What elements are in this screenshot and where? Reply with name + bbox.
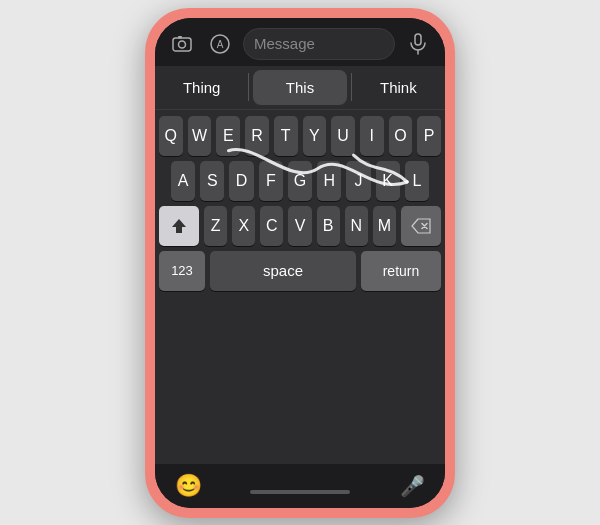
app-store-icon[interactable]: A	[205, 29, 235, 59]
autocomplete-think[interactable]: Think	[352, 66, 445, 109]
key-d[interactable]: D	[229, 161, 253, 201]
key-n[interactable]: N	[345, 206, 368, 246]
svg-rect-5	[415, 34, 421, 45]
key-numbers[interactable]: 123	[159, 251, 205, 291]
key-x[interactable]: X	[232, 206, 255, 246]
key-a[interactable]: A	[171, 161, 195, 201]
key-f[interactable]: F	[259, 161, 283, 201]
key-m[interactable]: M	[373, 206, 396, 246]
key-return[interactable]: return	[361, 251, 441, 291]
keyboard-row-3: Z X C V B N M	[159, 206, 441, 246]
key-l[interactable]: L	[405, 161, 429, 201]
key-g[interactable]: G	[288, 161, 312, 201]
message-input[interactable]: Message	[243, 28, 395, 60]
home-indicator	[250, 490, 350, 494]
key-e[interactable]: E	[216, 116, 240, 156]
svg-rect-2	[178, 36, 182, 39]
key-t[interactable]: T	[274, 116, 298, 156]
camera-icon[interactable]	[167, 29, 197, 59]
key-b[interactable]: B	[317, 206, 340, 246]
keyboard-row-1: Q W E R T Y U I O P	[159, 116, 441, 156]
key-c[interactable]: C	[260, 206, 283, 246]
bottom-bar: 😊 🎤	[155, 464, 445, 508]
key-k[interactable]: K	[376, 161, 400, 201]
keyboard-row-2: A S D F G H J K L	[159, 161, 441, 201]
key-u[interactable]: U	[331, 116, 355, 156]
key-p[interactable]: P	[417, 116, 441, 156]
key-s[interactable]: S	[200, 161, 224, 201]
autocomplete-divider-left	[248, 73, 249, 101]
mic-icon-bottom[interactable]: 🎤	[400, 474, 425, 498]
key-j[interactable]: J	[346, 161, 370, 201]
autocomplete-this[interactable]: This	[253, 70, 346, 105]
key-q[interactable]: Q	[159, 116, 183, 156]
autocomplete-thing[interactable]: Thing	[155, 66, 248, 109]
key-w[interactable]: W	[188, 116, 212, 156]
key-r[interactable]: R	[245, 116, 269, 156]
key-h[interactable]: H	[317, 161, 341, 201]
keyboard: Q W E R T Y U I O P A S D F G H J K	[155, 110, 445, 464]
emoji-icon[interactable]: 😊	[175, 473, 202, 499]
svg-text:A: A	[217, 39, 224, 50]
key-i[interactable]: I	[360, 116, 384, 156]
key-shift[interactable]	[159, 206, 199, 246]
key-v[interactable]: V	[288, 206, 311, 246]
key-z[interactable]: Z	[204, 206, 227, 246]
top-bar: A Message	[155, 18, 445, 66]
key-o[interactable]: O	[389, 116, 413, 156]
svg-point-1	[179, 41, 186, 48]
key-backspace[interactable]	[401, 206, 441, 246]
mic-icon-top[interactable]	[403, 29, 433, 59]
autocomplete-bar: Thing This Think	[155, 66, 445, 110]
key-space[interactable]: space	[210, 251, 356, 291]
phone-frame: A Message Thing This	[145, 8, 455, 518]
phone-screen: A Message Thing This	[155, 18, 445, 508]
key-y[interactable]: Y	[303, 116, 327, 156]
keyboard-row-4: 123 space return	[159, 251, 441, 291]
message-placeholder: Message	[254, 35, 315, 52]
svg-rect-0	[173, 38, 191, 51]
